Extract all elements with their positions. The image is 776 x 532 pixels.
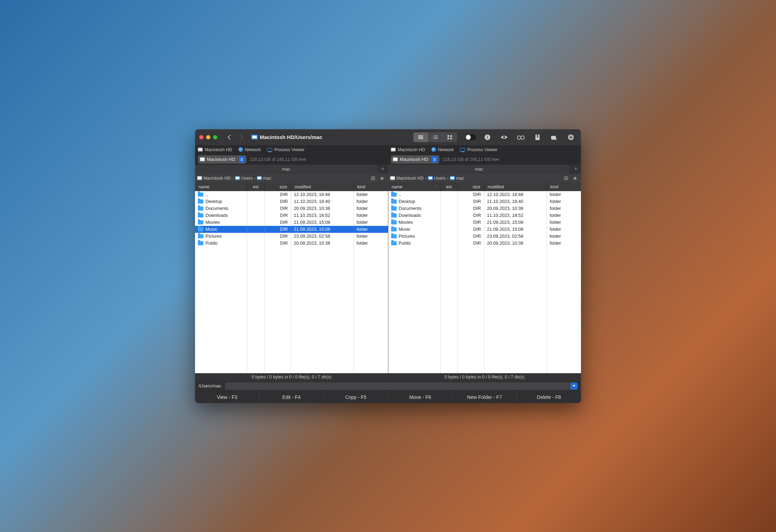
col-size[interactable]: size: [458, 183, 484, 191]
bc-seg[interactable]: Macintosh HD: [390, 176, 424, 181]
col-modified[interactable]: modified: [484, 183, 547, 191]
table-row[interactable]: DocumentsDIR20.09.2023, 10:38folder: [195, 205, 388, 212]
table-row[interactable]: DocumentsDIR20.09.2023, 10:38folder: [388, 205, 581, 212]
minimize-button[interactable]: [206, 135, 210, 139]
table-row[interactable]: PublicDIR20.09.2023, 10:38folder: [195, 240, 388, 247]
file-kind: folder: [547, 233, 581, 240]
quicklook-icon[interactable]: [498, 132, 510, 142]
bc-seg[interactable]: Macintosh HD: [197, 176, 231, 181]
tab-network[interactable]: Network: [239, 147, 261, 152]
copy-button[interactable]: Copy - F5: [324, 391, 388, 403]
col-name[interactable]: name⌃: [388, 183, 440, 191]
tab-label: Network: [438, 147, 454, 152]
col-size[interactable]: size: [265, 183, 291, 191]
favorite-icon[interactable]: [571, 175, 579, 182]
harddisk-icon: [391, 148, 396, 152]
table-row[interactable]: DownloadsDIR11.10.2023, 18:52folder: [388, 212, 581, 219]
close-button[interactable]: [199, 135, 203, 139]
col-ext[interactable]: ext: [440, 183, 458, 191]
view-button[interactable]: View - F3: [195, 391, 259, 403]
tab-macintosh-hd[interactable]: Macintosh HD: [198, 147, 232, 152]
file-ext: [247, 212, 265, 219]
binoculars-icon[interactable]: [515, 132, 527, 142]
back-button[interactable]: [224, 133, 234, 141]
bc-seg[interactable]: mac: [450, 176, 464, 181]
file-size: DIR: [265, 226, 291, 233]
tab-network[interactable]: Network: [431, 147, 454, 152]
menu-icon[interactable]: [369, 175, 377, 182]
forward-button[interactable]: [237, 133, 246, 141]
view-grid-button[interactable]: [443, 132, 457, 142]
dir-tab[interactable]: mac: [388, 165, 571, 174]
file-modified: 20.09.2023, 10:38: [291, 205, 354, 212]
share-icon[interactable]: [548, 132, 560, 142]
bc-seg[interactable]: mac: [257, 176, 272, 181]
file-name: Downloads: [205, 213, 228, 218]
file-modified: 20.09.2023, 10:38: [484, 240, 547, 247]
tab-process-viewer[interactable]: Process Viewer: [460, 147, 498, 152]
new-tab-button[interactable]: +: [571, 165, 581, 174]
new-folder-button[interactable]: New Folder - F7: [453, 391, 517, 403]
dir-tab[interactable]: mac: [195, 165, 378, 174]
view-list-button[interactable]: [413, 132, 428, 142]
svg-rect-12: [450, 138, 452, 139]
table-row[interactable]: DesktopDIR11.10.2023, 18:40folder: [195, 198, 388, 205]
col-name[interactable]: name⌃: [195, 183, 247, 191]
table-row[interactable]: MoviesDIR21.09.2023, 15:09folder: [388, 219, 581, 226]
show-hidden-toggle[interactable]: [465, 132, 477, 142]
table-row[interactable]: ..DIR12.10.2023, 18:48folder: [195, 191, 388, 198]
file-modified: 11.10.2023, 18:40: [484, 198, 547, 205]
bc-seg[interactable]: Users: [235, 176, 253, 181]
table-row[interactable]: MusicDIR21.09.2023, 15:08folder: [195, 226, 388, 233]
disk-select[interactable]: Macintosh HD: [391, 155, 439, 164]
path-input[interactable]: [225, 382, 576, 390]
file-modified: 12.10.2023, 18:48: [291, 191, 354, 198]
maximize-button[interactable]: [213, 135, 217, 139]
archive-icon[interactable]: [532, 132, 543, 142]
file-modified: 21.09.2023, 15:09: [291, 219, 354, 226]
file-name: Pictures: [205, 234, 222, 239]
svg-point-17: [521, 136, 524, 139]
table-row[interactable]: DownloadsDIR11.10.2023, 18:52folder: [195, 212, 388, 219]
table-row[interactable]: DesktopDIR11.10.2023, 18:40folder: [388, 198, 581, 205]
file-name: Pictures: [399, 234, 415, 239]
table-row[interactable]: PublicDIR20.09.2023, 10:38folder: [388, 240, 581, 247]
info-icon[interactable]: i: [482, 132, 493, 142]
favorite-icon[interactable]: [378, 175, 386, 182]
file-name: ..: [205, 192, 208, 197]
table-row[interactable]: PicturesDIR23.09.2023, 02:58folder: [195, 233, 388, 240]
col-modified[interactable]: modified: [291, 183, 354, 191]
table-row[interactable]: MoviesDIR21.09.2023, 15:09folder: [195, 219, 388, 226]
file-ext: [440, 226, 458, 233]
svg-text:i: i: [487, 135, 488, 140]
col-ext[interactable]: ext: [247, 183, 265, 191]
file-modified: 20.09.2023, 10:38: [291, 240, 354, 247]
table-row[interactable]: MusicDIR21.09.2023, 15:08folder: [388, 226, 581, 233]
disk-select[interactable]: Macintosh HD: [198, 155, 246, 164]
dropdown-icon[interactable]: [571, 383, 577, 390]
view-columns-button[interactable]: [428, 132, 443, 142]
table-row[interactable]: ..DIR12.10.2023, 18:48folder: [388, 191, 581, 198]
right-rows[interactable]: ..DIR12.10.2023, 18:48folderDesktopDIR11…: [388, 191, 581, 373]
delete-button[interactable]: Delete - F8: [517, 391, 581, 403]
right-disk: Macintosh HD 216,13 GB of 245,11 GB free: [388, 154, 581, 165]
tab-process-viewer[interactable]: Process Viewer: [267, 147, 305, 152]
disk-name: Macintosh HD: [207, 157, 235, 162]
left-rows[interactable]: ..DIR12.10.2023, 18:48folderDesktopDIR11…: [195, 191, 388, 373]
menu-icon[interactable]: [562, 175, 570, 182]
bc-seg[interactable]: Users: [428, 176, 446, 181]
col-kind[interactable]: kind: [547, 183, 581, 191]
process-icon: [267, 148, 272, 152]
file-kind: folder: [354, 233, 388, 240]
tab-macintosh-hd[interactable]: Macintosh HD: [391, 147, 425, 152]
breadcrumb-row: Macintosh HD › Users › mac Macintosh HD …: [195, 174, 581, 183]
file-modified: 21.09.2023, 15:08: [484, 226, 547, 233]
edit-button[interactable]: Edit - F4: [259, 391, 324, 403]
move-button[interactable]: Move - F6: [388, 391, 453, 403]
table-row[interactable]: PicturesDIR23.09.2023, 02:58folder: [388, 233, 581, 240]
download-icon[interactable]: [565, 132, 577, 142]
file-name: Documents: [399, 206, 422, 211]
title-path: Macintosh HD/Users/mac: [251, 134, 322, 140]
new-tab-button[interactable]: +: [378, 165, 388, 174]
col-kind[interactable]: kind: [354, 183, 388, 191]
